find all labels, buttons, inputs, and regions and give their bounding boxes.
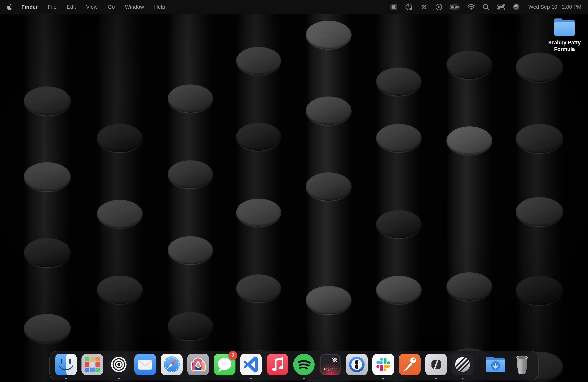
running-indicator [382, 378, 384, 380]
running-indicator [65, 378, 67, 380]
menu-time: 2:00 PM [562, 4, 581, 10]
dock-item-slashed-card-app[interactable] [425, 351, 447, 380]
power-lock-icon[interactable] [405, 3, 413, 11]
dock-item-arc-browser[interactable] [187, 351, 210, 380]
dock-item-slack[interactable] [372, 351, 395, 380]
menu-bar-status: Wed Sep 10 2:00 PM [390, 3, 581, 11]
running-indicator [250, 378, 252, 380]
dock-item-1password[interactable] [346, 351, 368, 380]
dock-item-vscode[interactable] [240, 351, 262, 380]
dock-item-music[interactable] [266, 351, 289, 380]
dock-item-postman[interactable] [399, 351, 421, 380]
apple-menu-icon[interactable] [7, 3, 13, 11]
raycast-label: raycast [319, 367, 342, 371]
dock-item-raycast[interactable]: raycast [319, 351, 342, 380]
running-indicator [462, 378, 463, 380]
dock-item-launchpad[interactable] [81, 351, 104, 380]
dock-item-downloads[interactable] [484, 351, 507, 380]
wifi-icon[interactable] [467, 3, 475, 11]
dock-item-mail[interactable] [134, 351, 157, 380]
play-circle-icon[interactable] [435, 3, 443, 11]
desktop-screen: Finder File Edit View Go Window Help [0, 0, 588, 382]
menu-go[interactable]: Go [108, 4, 115, 10]
dock-item-bullseye-app[interactable] [107, 351, 130, 380]
dock-item-striped-sphere-app[interactable] [451, 351, 474, 380]
folder-icon [553, 18, 576, 38]
running-indicator [118, 378, 120, 380]
dock: 2 raycast [49, 351, 539, 381]
menu-bar-left: Finder File Edit View Go Window Help [7, 3, 165, 11]
menu-file[interactable]: File [48, 4, 57, 10]
dock-item-spotify[interactable] [293, 351, 315, 380]
menu-help[interactable]: Help [154, 4, 165, 10]
siri-icon[interactable] [512, 3, 520, 11]
dock-item-trash[interactable] [511, 351, 533, 380]
menu-window[interactable]: Window [125, 4, 144, 10]
wallpaper [0, 0, 588, 382]
menu-app-name[interactable]: Finder [21, 4, 38, 10]
desktop-folder-krabby-patty[interactable]: Krabby Patty Formula [546, 18, 583, 53]
spotlight-search-icon[interactable] [483, 3, 490, 11]
dock-item-finder[interactable] [55, 351, 77, 380]
running-indicator [303, 378, 305, 380]
dock-item-messages[interactable]: 2 [213, 351, 236, 380]
menu-date: Wed Sep 10 [528, 4, 557, 10]
menu-edit[interactable]: Edit [67, 4, 76, 10]
control-center-icon[interactable] [497, 3, 505, 11]
raycast-diamond-icon[interactable] [420, 3, 428, 11]
dock-item-safari[interactable] [160, 351, 183, 380]
menu-bar: Finder File Edit View Go Window Help [0, 0, 588, 14]
folder-label: Krabby Patty Formula [546, 39, 583, 53]
running-indicator [435, 378, 437, 380]
notification-badge: 2 [229, 351, 237, 360]
dock-divider [479, 355, 479, 377]
battery-charging-icon[interactable] [450, 3, 460, 11]
menu-view[interactable]: View [86, 4, 98, 10]
burst-icon[interactable] [390, 3, 398, 11]
menu-clock[interactable]: Wed Sep 10 2:00 PM [528, 4, 581, 10]
